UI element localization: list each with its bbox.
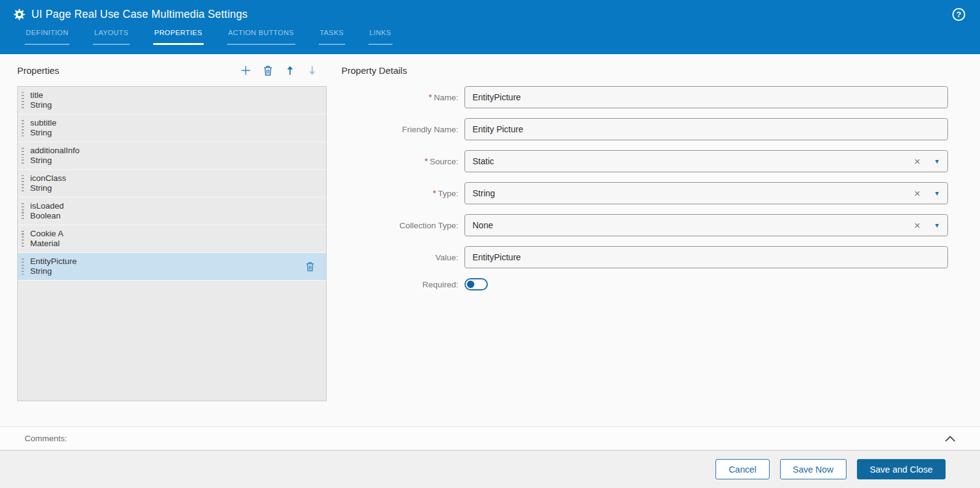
field-label: *Source: [341, 156, 464, 166]
property-name: title [30, 90, 52, 100]
property-row[interactable]: Cookie A Material [18, 225, 326, 253]
save-and-close-button[interactable]: Save and Close [857, 459, 946, 479]
properties-title: Properties [17, 65, 59, 76]
friendly-name-field-row: Friendly Name: [341, 118, 948, 140]
property-type: String [30, 156, 79, 166]
dropdown-value: Static [472, 156, 494, 166]
field-label: Value: [341, 253, 464, 262]
chevron-down-icon[interactable]: ▾ [935, 190, 939, 197]
plus-icon [240, 65, 252, 76]
collection-type-field-row: Collection Type: None × ▾ [341, 214, 948, 236]
move-down-button[interactable] [306, 64, 318, 76]
property-name: EntityPicture [30, 257, 77, 266]
chevron-down-icon[interactable]: ▾ [935, 222, 939, 229]
drag-handle-icon[interactable] [22, 92, 24, 109]
friendly-name-input[interactable] [464, 118, 948, 140]
properties-panel: Properties title String [17, 54, 327, 426]
property-type: String [30, 183, 66, 193]
trash-icon [263, 65, 273, 76]
delete-property-button[interactable] [261, 64, 274, 76]
drag-handle-icon[interactable] [22, 175, 24, 192]
gear-icon [14, 9, 25, 20]
name-field-row: *Name: [341, 86, 948, 108]
help-icon[interactable]: ? [952, 8, 965, 21]
collection-type-dropdown[interactable]: None × ▾ [464, 214, 948, 236]
required-marker: * [424, 156, 428, 166]
app-header: UI Page Real Use Case Multimedia Setting… [0, 0, 980, 54]
property-row[interactable]: isLoaded Boolean [18, 198, 326, 225]
add-property-button[interactable] [239, 64, 252, 76]
value-input[interactable] [464, 246, 948, 268]
property-row[interactable]: iconClass String [18, 170, 326, 198]
property-row[interactable]: additionalInfo String [18, 142, 326, 170]
field-label: Friendly Name: [341, 125, 464, 134]
properties-list: title String subtitle String additionalI… [17, 86, 327, 401]
page-title: UI Page Real Use Case Multimedia Setting… [31, 8, 248, 21]
clear-icon[interactable]: × [914, 220, 920, 231]
property-name: iconClass [30, 174, 66, 183]
property-type: String [30, 100, 52, 110]
move-up-button[interactable] [284, 64, 296, 76]
clear-icon[interactable]: × [914, 156, 920, 167]
footer-actions: Cancel Save Now Save and Close [0, 450, 980, 488]
property-name: subtitle [30, 118, 57, 128]
type-dropdown[interactable]: String × ▾ [464, 182, 948, 204]
chevron-down-icon[interactable]: ▾ [935, 158, 939, 165]
source-field-row: *Source: Static × ▾ [341, 150, 948, 172]
properties-toolbar [239, 64, 327, 76]
tab-layouts[interactable]: LAYOUTS [93, 29, 130, 45]
name-input[interactable] [464, 86, 948, 108]
field-label: *Type: [341, 188, 464, 198]
property-type: Material [30, 239, 63, 249]
type-field-row: *Type: String × ▾ [341, 182, 948, 204]
drag-handle-icon[interactable] [22, 258, 24, 275]
property-type: String [30, 128, 57, 138]
property-type: Boolean [30, 211, 64, 221]
field-label: Required: [341, 280, 464, 289]
source-dropdown[interactable]: Static × ▾ [464, 150, 948, 172]
field-label: Collection Type: [341, 221, 464, 230]
property-row[interactable]: EntityPicture String [18, 253, 326, 281]
clear-icon[interactable]: × [914, 188, 920, 199]
save-now-button[interactable]: Save Now [780, 459, 847, 479]
tab-tasks[interactable]: TASKS [319, 29, 345, 45]
required-marker: * [429, 92, 432, 102]
comments-bar: Comments: [0, 426, 980, 450]
dropdown-value: String [472, 188, 495, 198]
field-label: *Name: [341, 92, 464, 102]
chevron-up-icon [945, 436, 955, 442]
tab-action-buttons[interactable]: ACTION BUTTONS [227, 29, 295, 45]
property-details-panel: Property Details *Name: Friendly Name: *… [341, 54, 948, 426]
property-row[interactable]: title String [18, 87, 326, 114]
drag-handle-icon[interactable] [22, 120, 24, 137]
comments-label: Comments: [25, 434, 67, 443]
required-field-row: Required: [341, 278, 948, 290]
drag-handle-icon[interactable] [22, 148, 24, 164]
required-toggle[interactable] [464, 278, 488, 290]
property-name: Cookie A [30, 229, 63, 239]
collapse-comments-button[interactable] [945, 436, 955, 442]
required-marker: * [433, 188, 436, 198]
toggle-knob [467, 281, 474, 288]
cancel-button[interactable]: Cancel [715, 459, 769, 479]
drag-handle-icon[interactable] [22, 231, 24, 247]
property-details-title: Property Details [341, 65, 407, 76]
tab-definition[interactable]: DEFINITION [25, 29, 70, 45]
trash-icon[interactable] [305, 261, 315, 272]
property-name: isLoaded [30, 201, 64, 211]
property-type: String [30, 266, 77, 276]
tab-bar: DEFINITION LAYOUTS PROPERTIES ACTION BUT… [0, 29, 980, 45]
value-field-row: Value: [341, 246, 948, 268]
tab-links[interactable]: LINKS [368, 29, 392, 45]
property-row[interactable]: subtitle String [18, 114, 326, 142]
arrow-down-icon [307, 65, 317, 76]
tab-properties[interactable]: PROPERTIES [153, 29, 204, 45]
drag-handle-icon[interactable] [22, 203, 24, 220]
arrow-up-icon [285, 65, 295, 76]
dropdown-value: None [472, 220, 493, 230]
property-name: additionalInfo [30, 146, 79, 156]
main-content: Properties title String [0, 54, 980, 426]
